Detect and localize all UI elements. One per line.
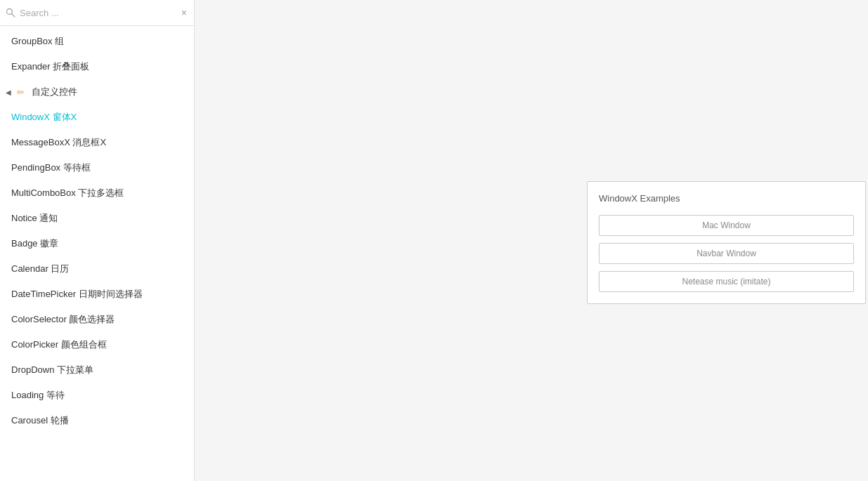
sidebar-item-colorselector[interactable]: ColorSelector 颜色选择器 — [0, 307, 194, 332]
sidebar-item-label: Badge 徽章 — [11, 237, 58, 250]
sidebar-item-label: MultiComboBox 下拉多选框 — [11, 187, 124, 199]
sidebar-item-label: PendingBox 等待框 — [11, 162, 91, 174]
sidebar-item-windowx[interactable]: WindowX 窗体X — [0, 105, 194, 130]
sidebar-item-loading[interactable]: Loading 等待 — [0, 383, 194, 408]
search-icon — [6, 8, 15, 18]
sidebar-item-label: Calendar 日历 — [11, 263, 69, 275]
sidebar-item-label: DropDown 下拉菜单 — [11, 364, 93, 376]
sidebar-item-carousel[interactable]: Carousel 轮播 — [0, 408, 194, 433]
sidebar-item-label: Expander 折叠面板 — [11, 60, 89, 73]
sidebar-item-datetimepicker[interactable]: DateTimePicker 日期时间选择器 — [0, 282, 194, 307]
pencil-icon: ✏ — [17, 87, 25, 98]
windowx-panel-title: WindowX Examples — [599, 193, 854, 204]
sidebar-item-pendingbox[interactable]: PendingBox 等待框 — [0, 155, 194, 180]
sidebar-item-dropdown[interactable]: DropDown 下拉菜单 — [0, 357, 194, 383]
sidebar-item-badge[interactable]: Badge 徽章 — [0, 231, 194, 256]
sidebar-list: GroupBox 组Expander 折叠面板 ◀ ✏ 自定义控件 Window… — [0, 26, 194, 481]
navbar-window-button[interactable]: Navbar Window — [599, 243, 854, 264]
netease-window-button[interactable]: Netease music (imitate) — [599, 271, 854, 292]
sidebar-item-custom-controls[interactable]: ◀ ✏ 自定义控件 — [0, 79, 194, 105]
sidebar-item-label: Carousel 轮播 — [11, 414, 69, 427]
sidebar-item-messageboxX[interactable]: MessageBoxX 消息框X — [0, 130, 194, 155]
sidebar-item-expander[interactable]: Expander 折叠面板 — [0, 54, 194, 79]
sidebar-item-notice[interactable]: Notice 通知 — [0, 206, 194, 231]
mac-window-button[interactable]: Mac Window — [599, 215, 854, 236]
sidebar-item-colorpicker[interactable]: ColorPicker 颜色组合框 — [0, 332, 194, 357]
main-content: WindowX Examples Mac WindowNavbar Window… — [195, 0, 868, 481]
sidebar-item-label: Notice 通知 — [11, 212, 58, 225]
sidebar-item-label: ColorSelector 颜色选择器 — [11, 313, 115, 326]
search-bar: × — [0, 0, 194, 26]
sidebar-item-label: Loading 等待 — [11, 389, 65, 402]
sidebar-item-groupbox[interactable]: GroupBox 组 — [0, 29, 194, 54]
search-input[interactable] — [20, 8, 180, 18]
sidebar: × GroupBox 组Expander 折叠面板 ◀ ✏ 自定义控件 Wind… — [0, 0, 195, 481]
sidebar-item-label: MessageBoxX 消息框X — [11, 136, 106, 149]
chevron-left-icon: ◀ — [6, 88, 11, 96]
sidebar-item-multicombobox[interactable]: MultiComboBox 下拉多选框 — [0, 180, 194, 206]
sidebar-item-calendar[interactable]: Calendar 日历 — [0, 256, 194, 282]
windowx-panel: WindowX Examples Mac WindowNavbar Window… — [587, 181, 866, 304]
sidebar-item-label: 自定义控件 — [32, 86, 77, 98]
windowx-buttons-container: Mac WindowNavbar WindowNetease music (im… — [599, 215, 854, 292]
sidebar-item-label: ColorPicker 颜色组合框 — [11, 338, 107, 351]
sidebar-item-label: GroupBox 组 — [11, 35, 64, 48]
sidebar-item-label: DateTimePicker 日期时间选择器 — [11, 288, 143, 301]
svg-point-0 — [7, 9, 13, 15]
search-clear-button[interactable]: × — [180, 6, 188, 19]
svg-line-1 — [12, 14, 15, 17]
sidebar-item-label: WindowX 窗体X — [11, 111, 77, 124]
